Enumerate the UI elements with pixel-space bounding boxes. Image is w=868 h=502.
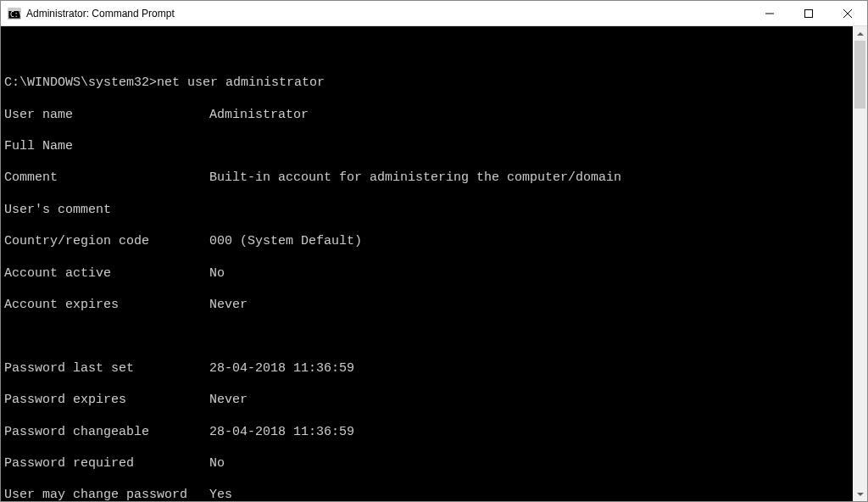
field-label: Account active [4,266,209,282]
field-label: Comment [4,170,209,187]
field-value: ‎28-‎04-‎2018 11:36:59 [209,425,354,439]
output-row-user-may-change-password: User may change passwordYes [4,488,853,501]
output-row-country-code: Country/region code000 (System Default) [4,234,853,250]
output-row-password-expires: Password expiresNever [4,393,853,409]
field-value: Built-in account for administering the c… [209,170,621,185]
output-row-password-last-set: Password last set‎28-‎04-‎2018 11:36:59 [4,361,853,377]
output-row-password-changeable: Password changeable‎28-‎04-‎2018 11:36:5… [4,425,853,441]
scroll-down-arrow-icon[interactable] [853,487,867,501]
command-line: C:\WINDOWS\system32>net user administrat… [4,75,853,92]
scroll-track[interactable] [853,41,867,487]
field-label: Password last set [4,361,209,377]
output-row-full-name: Full Name [4,139,853,155]
field-label: User may change password [4,488,209,501]
svg-marker-8 [857,493,864,496]
cmd-icon: C:\ [8,7,21,20]
field-label: Password changeable [4,425,209,441]
output-row-user-name: User nameAdministrator [4,108,853,124]
field-label: Account expires [4,298,209,314]
field-value: Administrator [209,108,309,122]
blank-line [4,329,853,345]
blank-line [4,44,853,60]
output-row-account-expires: Account expiresNever [4,298,853,314]
field-value: Never [209,298,248,312]
output-row-comment: CommentBuilt-in account for administerin… [4,170,853,187]
field-value: 000 (System Default) [209,234,362,248]
output-row-users-comment: User's comment [4,203,853,219]
titlebar[interactable]: C:\ Administrator: Command Prompt [1,1,867,26]
svg-marker-7 [857,32,864,36]
terminal-area: C:\WINDOWS\system32>net user administrat… [1,26,867,501]
field-value: Never [209,393,248,407]
field-value: No [209,456,225,471]
terminal-output[interactable]: C:\WINDOWS\system32>net user administrat… [1,26,853,501]
field-label: Password expires [4,393,209,409]
minimize-button[interactable] [750,1,789,25]
window-title: Administrator: Command Prompt [26,8,750,20]
field-value: Yes [209,488,232,501]
close-button[interactable] [828,1,867,25]
field-value: No [209,266,225,281]
svg-text:C:\: C:\ [10,11,21,19]
entered-command: net user administrator [157,75,325,90]
field-label: Password required [4,456,209,472]
svg-rect-4 [805,9,813,17]
window-controls [750,1,867,25]
maximize-button[interactable] [789,1,828,25]
field-label: User's comment [4,203,209,219]
vertical-scrollbar[interactable] [853,26,867,501]
prompt-path: C:\WINDOWS\system32> [4,75,157,90]
scroll-up-arrow-icon[interactable] [853,26,867,41]
field-value: ‎28-‎04-‎2018 11:36:59 [209,361,354,376]
command-prompt-window: C:\ Administrator: Command Prompt C:\WIN… [0,0,868,502]
output-row-account-active: Account activeNo [4,266,853,282]
scroll-thumb[interactable] [854,41,865,109]
field-label: Full Name [4,139,209,155]
field-label: Country/region code [4,234,209,250]
output-row-password-required: Password requiredNo [4,456,853,472]
field-label: User name [4,108,209,124]
